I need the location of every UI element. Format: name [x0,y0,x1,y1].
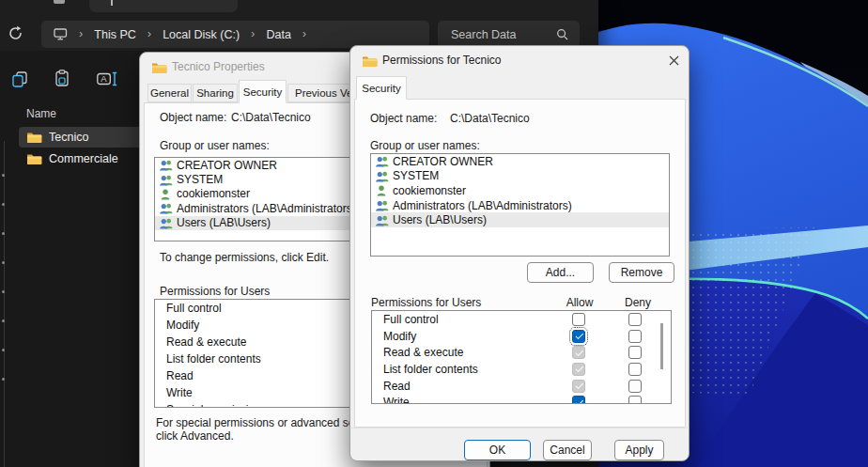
deny-checkbox[interactable] [628,330,642,343]
permission-row-read-execute: Read & execute [372,344,671,361]
rail-dot [2,261,5,264]
object-name-label: Object name: [160,111,226,124]
permission-label: Write [166,386,193,399]
search-input[interactable]: Search Data [438,21,580,48]
permission-row-read: Read [372,378,671,395]
breadcrumb[interactable]: › This PC › Local Disk (C:) › Data › [41,21,429,48]
permission-label: Full control [383,313,439,326]
folder-icon [26,152,42,165]
tab-security[interactable]: Security [239,80,287,103]
copy-icon [11,71,28,87]
group-icon [375,199,389,211]
refresh-button[interactable] [8,25,26,44]
allow-checkbox[interactable] [572,396,585,404]
copy-button[interactable] [11,71,28,91]
group-icon [159,174,173,186]
rail-dot [2,378,5,381]
group-item[interactable]: cookiemonster [371,183,669,198]
permission-label: List folder contents [166,352,261,366]
ok-button[interactable]: OK [464,440,531,460]
group-item[interactable]: CREATOR OWNER [371,154,669,169]
group-item-label: Administrators (LAB\Administrators) [393,199,572,212]
svg-text:A: A [101,73,107,84]
search-icon [556,28,569,41]
file-row-commerciale[interactable]: Commerciale [19,148,143,169]
groups-label: Group or user names: [370,139,480,152]
rename-icon: A [97,71,118,86]
permission-row-list-folder-contents: List folder contents [372,361,671,378]
permission-label: List folder contents [383,363,478,376]
group-item[interactable]: SYSTEM [371,169,669,184]
deny-checkbox[interactable] [628,346,642,359]
remove-button[interactable]: Remove [609,262,674,283]
group-item-label: Users (LAB\Users) [177,216,271,229]
rail-dot [2,290,5,293]
group-icon [159,202,173,214]
close-button[interactable] [662,50,685,70]
permission-label: Modify [166,319,199,332]
button-strip-divider [351,428,688,428]
allow-checkbox[interactable] [572,330,585,343]
group-item-selected[interactable]: Users (LAB\Users) [371,212,669,227]
permission-label: Modify [383,330,416,343]
column-header-name[interactable]: Name [26,107,56,120]
folder-icon [151,61,167,74]
object-name-value: C:\Data\Tecnico [450,112,530,125]
apply-button[interactable]: Apply [614,440,664,460]
permission-label: Read [383,380,411,393]
group-item-label: SYSTEM [177,173,223,186]
group-item-label: SYSTEM [393,169,439,182]
advanced-hint-line2: click Advanced. [156,429,234,443]
search-placeholder: Search Data [451,28,516,41]
refresh-icon [8,25,23,41]
group-icon [159,217,173,229]
allow-checkbox[interactable] [572,313,585,326]
group-item-label: Administrators (LAB\Administrators) [177,202,356,215]
allow-checkbox[interactable] [572,380,585,393]
group-item[interactable]: Administrators (LAB\Administrators) [371,198,669,213]
tab-general[interactable]: General [147,84,192,102]
deny-checkbox[interactable] [628,396,642,404]
allow-checkbox[interactable] [572,363,585,376]
permission-label: Read & execute [166,335,246,349]
file-row-tecnico[interactable]: Tecnico [19,127,143,148]
chevron-right-icon: › [302,27,306,39]
rail-dot [2,174,5,177]
chevron-right-icon: › [147,27,151,39]
permission-label: Read & execute [383,346,463,359]
paste-button[interactable] [54,70,70,91]
deny-column-header: Deny [624,296,652,309]
group-item-label: cookiemonster [393,184,466,197]
tab-security[interactable]: Security [356,76,407,100]
group-item-label: CREATOR OWNER [177,159,277,172]
desktop: › This PC › Local Disk (C:) › Data › Sea… [0,0,868,467]
scrollbar-thumb[interactable] [660,323,663,369]
group-item-label: cookiemonster [177,187,250,200]
object-name-label: Object name: [370,112,437,125]
allow-checkbox[interactable] [572,346,585,359]
deny-checkbox[interactable] [628,380,642,393]
groups-listbox[interactable]: CREATOR OWNER SYSTEM cookiemonster Admin… [370,153,670,257]
tab-icon-sliver [54,0,65,4]
cancel-button[interactable]: Cancel [543,440,592,460]
rail-dot [2,319,5,322]
pane-divider [4,141,5,467]
tab-sharing[interactable]: Sharing [193,84,238,102]
permissions-label: Permissions for Users [371,296,481,309]
rename-button[interactable]: A [97,71,118,90]
permissions-label: Permissions for Users [160,285,270,298]
permission-row-full-control: Full control [372,311,671,328]
edit-hint: To change permissions, click Edit. [160,251,329,264]
group-icon [375,170,389,182]
file-name: Commerciale [49,152,118,165]
dialog-title: Permissions for Tecnico [382,54,502,67]
permissions-checklist[interactable]: Full control Modify Read & execute List … [371,310,672,404]
explorer-top-bars: › This PC › Local Disk (C:) › Data › Sea… [0,0,598,51]
breadcrumb-this-pc[interactable]: This PC [94,28,135,41]
deny-checkbox[interactable] [628,363,642,376]
deny-checkbox[interactable] [628,313,642,326]
breadcrumb-local-disk[interactable]: Local Disk (C:) [163,28,240,41]
group-icon [159,159,173,171]
breadcrumb-data[interactable]: Data [266,28,290,41]
add-button[interactable]: Add... [527,262,594,283]
